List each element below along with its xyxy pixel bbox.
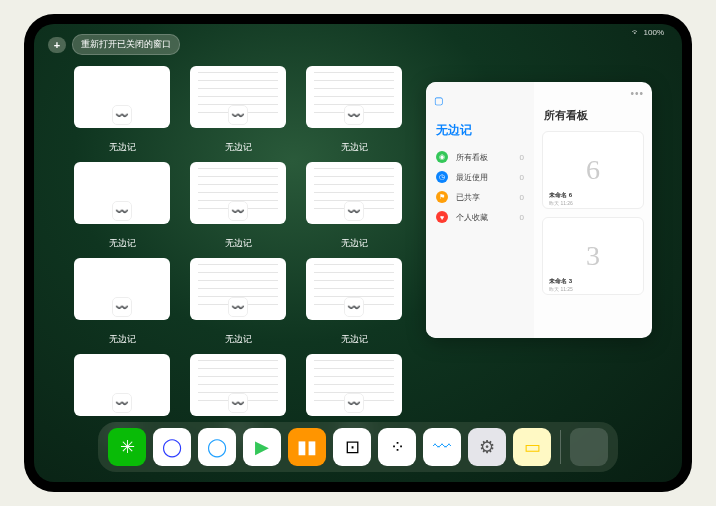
ipad-frame: ᯤ 100% + 重新打开已关闭的窗口 〰️ 无边记 〰️ 无边记 〰️ 无边记… bbox=[24, 14, 692, 492]
top-pill: + 重新打开已关闭的窗口 bbox=[48, 34, 180, 55]
window-thumbnail[interactable]: 〰️ 无边记 bbox=[190, 258, 286, 346]
window-thumbnail[interactable]: 〰️ 无边记 bbox=[74, 162, 170, 250]
dock-app-dots[interactable]: ⁘ bbox=[378, 428, 416, 466]
dock-app-settings[interactable]: ⚙ bbox=[468, 428, 506, 466]
dock-app-quark-hd[interactable]: ◯ bbox=[153, 428, 191, 466]
screen: ᯤ 100% + 重新打开已关闭的窗口 〰️ 无边记 〰️ 无边记 〰️ 无边记… bbox=[34, 24, 682, 482]
category-count: 0 bbox=[520, 213, 524, 222]
dock-app-library[interactable] bbox=[570, 428, 608, 466]
category-icon: ◉ bbox=[436, 151, 448, 163]
window-thumbnail[interactable]: 〰️ 无边记 bbox=[190, 66, 286, 154]
category-name: 个人收藏 bbox=[456, 212, 515, 223]
category-icon: ♥ bbox=[436, 211, 448, 223]
panel-right-title: 所有看板 bbox=[544, 108, 644, 123]
category-name: 已共享 bbox=[456, 192, 515, 203]
dock-separator bbox=[560, 430, 561, 464]
app-icon: 〰️ bbox=[112, 105, 132, 125]
category-count: 0 bbox=[520, 153, 524, 162]
category-name: 最近使用 bbox=[456, 172, 515, 183]
app-icon: 〰️ bbox=[344, 297, 364, 317]
window-preview: 〰️ bbox=[306, 162, 402, 224]
window-preview: 〰️ bbox=[190, 354, 286, 416]
category-count: 0 bbox=[520, 173, 524, 182]
battery-label: 100% bbox=[644, 28, 664, 37]
panel-content: ••• 所有看板 6 未命名 6 昨天 11:263 未命名 3 昨天 11:2… bbox=[534, 82, 652, 338]
window-preview: 〰️ bbox=[74, 162, 170, 224]
window-preview: 〰️ bbox=[190, 258, 286, 320]
window-label: 无边记 bbox=[109, 333, 136, 346]
window-thumbnail[interactable]: 〰️ 无边记 bbox=[306, 162, 402, 250]
dock-app-dice[interactable]: ⊡ bbox=[333, 428, 371, 466]
window-label: 无边记 bbox=[109, 141, 136, 154]
window-preview: 〰️ bbox=[74, 354, 170, 416]
reopen-closed-window-button[interactable]: 重新打开已关闭的窗口 bbox=[72, 34, 180, 55]
window-label: 无边记 bbox=[225, 333, 252, 346]
sidebar-toggle-icon[interactable]: ▢ bbox=[434, 95, 443, 106]
dock-app-wechat[interactable]: ✳ bbox=[108, 428, 146, 466]
window-preview: 〰️ bbox=[306, 354, 402, 416]
window-preview: 〰️ bbox=[74, 66, 170, 128]
app-panel[interactable]: ▢ 无边记 ◉ 所有看板 0◷ 最近使用 0⚑ 已共享 0♥ 个人收藏 0 ••… bbox=[426, 82, 652, 338]
window-label: 无边记 bbox=[225, 141, 252, 154]
window-label: 无边记 bbox=[341, 237, 368, 250]
sidebar-category[interactable]: ♥ 个人收藏 0 bbox=[434, 207, 526, 227]
app-icon: 〰️ bbox=[228, 201, 248, 221]
dock-app-books[interactable]: ▮▮ bbox=[288, 428, 326, 466]
app-icon: 〰️ bbox=[112, 393, 132, 413]
sidebar-category[interactable]: ◷ 最近使用 0 bbox=[434, 167, 526, 187]
category-icon: ⚑ bbox=[436, 191, 448, 203]
board-name: 未命名 3 bbox=[549, 277, 572, 286]
window-preview: 〰️ bbox=[190, 162, 286, 224]
board-time: 昨天 11:26 bbox=[549, 200, 573, 206]
status-bar: ᯤ 100% bbox=[632, 28, 664, 37]
app-icon: 〰️ bbox=[344, 105, 364, 125]
app-icon: 〰️ bbox=[228, 105, 248, 125]
window-label: 无边记 bbox=[109, 237, 136, 250]
board-name: 未命名 6 bbox=[549, 191, 572, 200]
panel-sidebar: ▢ 无边记 ◉ 所有看板 0◷ 最近使用 0⚑ 已共享 0♥ 个人收藏 0 bbox=[426, 82, 534, 338]
category-icon: ◷ bbox=[436, 171, 448, 183]
window-preview: 〰️ bbox=[74, 258, 170, 320]
window-grid: 〰️ 无边记 〰️ 无边记 〰️ 无边记 〰️ 无边记 〰️ 无边记 〰️ 无边… bbox=[74, 66, 434, 442]
sidebar-category[interactable]: ⚑ 已共享 0 bbox=[434, 187, 526, 207]
board-thumbnail[interactable]: 3 未命名 3 昨天 11:25 bbox=[542, 217, 644, 295]
window-preview: 〰️ bbox=[306, 258, 402, 320]
category-name: 所有看板 bbox=[456, 152, 515, 163]
panel-left-title: 无边记 bbox=[436, 122, 526, 139]
sidebar-category[interactable]: ◉ 所有看板 0 bbox=[434, 147, 526, 167]
window-thumbnail[interactable]: 〰️ 无边记 bbox=[306, 258, 402, 346]
more-icon[interactable]: ••• bbox=[630, 88, 644, 99]
board-time: 昨天 11:25 bbox=[549, 286, 573, 292]
app-icon: 〰️ bbox=[228, 393, 248, 413]
dock-app-quark[interactable]: ◯ bbox=[198, 428, 236, 466]
board-sketch: 6 bbox=[586, 154, 600, 186]
board-sketch: 3 bbox=[586, 240, 600, 272]
app-icon: 〰️ bbox=[344, 393, 364, 413]
dock-app-notes[interactable]: ▭ bbox=[513, 428, 551, 466]
board-thumbnail[interactable]: 6 未命名 6 昨天 11:26 bbox=[542, 131, 644, 209]
dock: ✳◯◯▶▮▮⊡⁘〰⚙▭ bbox=[98, 422, 618, 472]
dock-app-play[interactable]: ▶ bbox=[243, 428, 281, 466]
window-thumbnail[interactable]: 〰️ 无边记 bbox=[74, 258, 170, 346]
window-thumbnail[interactable]: 〰️ 无边记 bbox=[74, 66, 170, 154]
window-label: 无边记 bbox=[341, 141, 368, 154]
app-icon: 〰️ bbox=[112, 201, 132, 221]
window-label: 无边记 bbox=[341, 333, 368, 346]
category-count: 0 bbox=[520, 193, 524, 202]
app-icon: 〰️ bbox=[228, 297, 248, 317]
window-preview: 〰️ bbox=[190, 66, 286, 128]
window-label: 无边记 bbox=[225, 237, 252, 250]
dock-app-freeform[interactable]: 〰 bbox=[423, 428, 461, 466]
new-window-button[interactable]: + bbox=[48, 37, 66, 53]
window-thumbnail[interactable]: 〰️ 无边记 bbox=[190, 162, 286, 250]
app-icon: 〰️ bbox=[344, 201, 364, 221]
window-preview: 〰️ bbox=[306, 66, 402, 128]
wifi-icon: ᯤ bbox=[632, 28, 640, 37]
window-thumbnail[interactable]: 〰️ 无边记 bbox=[306, 66, 402, 154]
app-icon: 〰️ bbox=[112, 297, 132, 317]
